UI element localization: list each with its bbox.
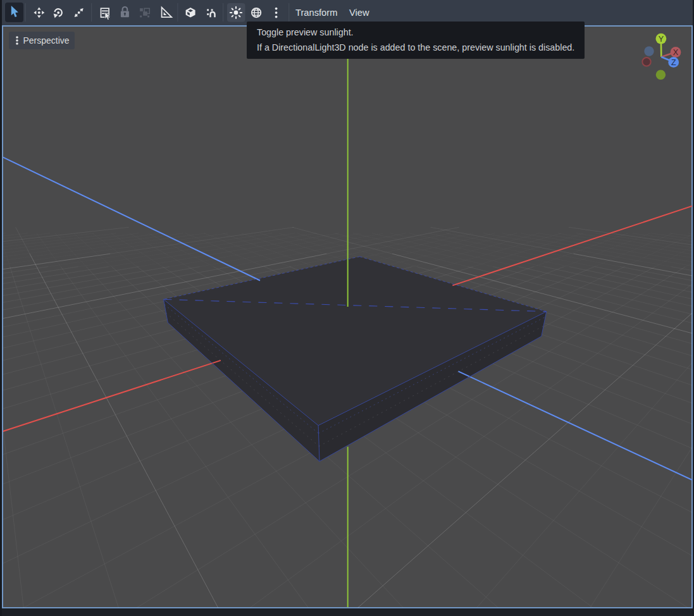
svg-text:X: X	[673, 48, 679, 57]
svg-text:Y: Y	[659, 35, 664, 44]
svg-text:Z: Z	[671, 58, 676, 67]
